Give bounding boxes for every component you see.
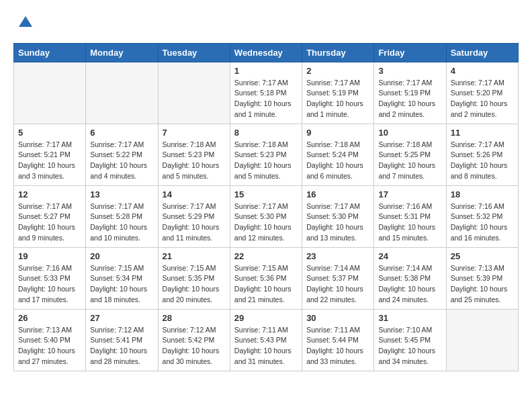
day-info: Sunrise: 7:10 AM Sunset: 5:45 PM Dayligh… [378, 325, 441, 367]
day-number: 17 [378, 189, 441, 199]
calendar-cell [86, 62, 158, 124]
day-info: Sunrise: 7:16 AM Sunset: 5:33 PM Dayligh… [18, 263, 81, 306]
day-info: Sunrise: 7:17 AM Sunset: 5:26 PM Dayligh… [451, 140, 514, 182]
day-number: 13 [90, 189, 153, 199]
calendar-cell: 10Sunrise: 7:18 AM Sunset: 5:25 PM Dayli… [374, 124, 446, 185]
calendar-cell: 8Sunrise: 7:18 AM Sunset: 5:23 PM Daylig… [230, 124, 302, 185]
col-header-monday: Monday [86, 43, 158, 62]
day-info: Sunrise: 7:17 AM Sunset: 5:30 PM Dayligh… [234, 201, 298, 244]
calendar-cell: 25Sunrise: 7:13 AM Sunset: 5:39 PM Dayli… [446, 247, 518, 309]
day-info: Sunrise: 7:11 AM Sunset: 5:43 PM Dayligh… [234, 325, 298, 367]
calendar-cell: 24Sunrise: 7:14 AM Sunset: 5:38 PM Dayli… [374, 247, 446, 309]
day-info: Sunrise: 7:17 AM Sunset: 5:19 PM Dayligh… [378, 78, 441, 120]
day-number: 25 [451, 251, 514, 261]
day-number: 21 [163, 251, 226, 261]
calendar-cell: 31Sunrise: 7:10 AM Sunset: 5:45 PM Dayli… [374, 309, 446, 371]
calendar-week-row: 12Sunrise: 7:17 AM Sunset: 5:27 PM Dayli… [14, 185, 519, 247]
calendar-cell: 29Sunrise: 7:11 AM Sunset: 5:43 PM Dayli… [230, 309, 302, 371]
calendar-cell: 1Sunrise: 7:17 AM Sunset: 5:18 PM Daylig… [230, 62, 302, 124]
day-info: Sunrise: 7:17 AM Sunset: 5:18 PM Dayligh… [234, 78, 298, 120]
calendar-week-row: 1Sunrise: 7:17 AM Sunset: 5:18 PM Daylig… [14, 62, 519, 124]
day-info: Sunrise: 7:14 AM Sunset: 5:38 PM Dayligh… [378, 263, 441, 306]
logo-icon [16, 13, 35, 32]
calendar-cell: 12Sunrise: 7:17 AM Sunset: 5:27 PM Dayli… [14, 185, 86, 247]
calendar-cell: 17Sunrise: 7:16 AM Sunset: 5:31 PM Dayli… [374, 185, 446, 247]
calendar-week-row: 26Sunrise: 7:13 AM Sunset: 5:40 PM Dayli… [14, 309, 519, 371]
day-info: Sunrise: 7:17 AM Sunset: 5:19 PM Dayligh… [306, 78, 369, 120]
day-info: Sunrise: 7:12 AM Sunset: 5:42 PM Dayligh… [163, 325, 226, 367]
day-number: 9 [306, 128, 369, 138]
day-number: 14 [163, 189, 226, 199]
day-number: 4 [451, 66, 514, 76]
calendar-cell: 26Sunrise: 7:13 AM Sunset: 5:40 PM Dayli… [14, 309, 86, 371]
calendar-cell: 3Sunrise: 7:17 AM Sunset: 5:19 PM Daylig… [374, 62, 446, 124]
day-info: Sunrise: 7:15 AM Sunset: 5:35 PM Dayligh… [163, 263, 226, 306]
day-number: 30 [306, 313, 369, 323]
calendar-cell: 20Sunrise: 7:15 AM Sunset: 5:34 PM Dayli… [86, 247, 158, 309]
day-info: Sunrise: 7:17 AM Sunset: 5:29 PM Dayligh… [163, 201, 226, 244]
day-number: 3 [378, 66, 441, 76]
calendar-cell [14, 62, 86, 124]
day-number: 12 [18, 189, 81, 199]
day-info: Sunrise: 7:18 AM Sunset: 5:23 PM Dayligh… [234, 140, 298, 182]
col-header-thursday: Thursday [302, 43, 374, 62]
calendar-cell: 13Sunrise: 7:17 AM Sunset: 5:28 PM Dayli… [86, 185, 158, 247]
day-info: Sunrise: 7:15 AM Sunset: 5:36 PM Dayligh… [234, 263, 298, 306]
day-number: 22 [234, 251, 298, 261]
day-number: 10 [378, 128, 441, 138]
day-info: Sunrise: 7:13 AM Sunset: 5:40 PM Dayligh… [18, 325, 81, 367]
day-info: Sunrise: 7:18 AM Sunset: 5:23 PM Dayligh… [163, 140, 226, 182]
day-info: Sunrise: 7:16 AM Sunset: 5:31 PM Dayligh… [378, 201, 441, 244]
col-header-saturday: Saturday [446, 43, 518, 62]
calendar-week-row: 19Sunrise: 7:16 AM Sunset: 5:33 PM Dayli… [14, 247, 519, 309]
day-number: 11 [451, 128, 514, 138]
day-number: 19 [18, 251, 81, 261]
day-number: 5 [18, 128, 81, 138]
day-number: 16 [306, 189, 369, 199]
svg-marker-0 [19, 16, 32, 27]
calendar-cell: 30Sunrise: 7:11 AM Sunset: 5:44 PM Dayli… [302, 309, 374, 371]
calendar-cell: 9Sunrise: 7:18 AM Sunset: 5:24 PM Daylig… [302, 124, 374, 185]
day-number: 24 [378, 251, 441, 261]
calendar-table: SundayMondayTuesdayWednesdayThursdayFrid… [13, 43, 519, 371]
calendar-cell: 21Sunrise: 7:15 AM Sunset: 5:35 PM Dayli… [158, 247, 230, 309]
day-info: Sunrise: 7:17 AM Sunset: 5:22 PM Dayligh… [90, 140, 153, 182]
day-info: Sunrise: 7:17 AM Sunset: 5:28 PM Dayligh… [90, 201, 153, 244]
day-info: Sunrise: 7:15 AM Sunset: 5:34 PM Dayligh… [90, 263, 153, 306]
calendar-cell: 15Sunrise: 7:17 AM Sunset: 5:30 PM Dayli… [230, 185, 302, 247]
day-info: Sunrise: 7:14 AM Sunset: 5:37 PM Dayligh… [306, 263, 369, 306]
day-number: 8 [234, 128, 298, 138]
calendar-cell: 18Sunrise: 7:16 AM Sunset: 5:32 PM Dayli… [446, 185, 518, 247]
calendar-cell: 14Sunrise: 7:17 AM Sunset: 5:29 PM Dayli… [158, 185, 230, 247]
day-number: 23 [306, 251, 369, 261]
day-info: Sunrise: 7:17 AM Sunset: 5:27 PM Dayligh… [18, 201, 81, 244]
day-info: Sunrise: 7:13 AM Sunset: 5:39 PM Dayligh… [451, 263, 514, 306]
day-info: Sunrise: 7:11 AM Sunset: 5:44 PM Dayligh… [306, 325, 369, 367]
day-number: 20 [90, 251, 153, 261]
day-info: Sunrise: 7:17 AM Sunset: 5:30 PM Dayligh… [306, 201, 369, 244]
day-number: 1 [234, 66, 298, 76]
day-info: Sunrise: 7:18 AM Sunset: 5:25 PM Dayligh… [378, 140, 441, 182]
calendar-week-row: 5Sunrise: 7:17 AM Sunset: 5:21 PM Daylig… [14, 124, 519, 185]
day-number: 2 [306, 66, 369, 76]
day-number: 28 [163, 313, 226, 323]
day-number: 15 [234, 189, 298, 199]
day-number: 7 [163, 128, 226, 138]
calendar-cell [446, 309, 518, 371]
col-header-tuesday: Tuesday [158, 43, 230, 62]
day-info: Sunrise: 7:17 AM Sunset: 5:20 PM Dayligh… [451, 78, 514, 120]
page-header [13, 13, 519, 36]
calendar-cell: 11Sunrise: 7:17 AM Sunset: 5:26 PM Dayli… [446, 124, 518, 185]
day-info: Sunrise: 7:18 AM Sunset: 5:24 PM Dayligh… [306, 140, 369, 182]
calendar-cell: 22Sunrise: 7:15 AM Sunset: 5:36 PM Dayli… [230, 247, 302, 309]
calendar-cell: 16Sunrise: 7:17 AM Sunset: 5:30 PM Dayli… [302, 185, 374, 247]
calendar-cell: 6Sunrise: 7:17 AM Sunset: 5:22 PM Daylig… [86, 124, 158, 185]
col-header-wednesday: Wednesday [230, 43, 302, 62]
day-number: 6 [90, 128, 153, 138]
day-info: Sunrise: 7:12 AM Sunset: 5:41 PM Dayligh… [90, 325, 153, 367]
logo [13, 13, 35, 36]
day-number: 26 [18, 313, 81, 323]
day-info: Sunrise: 7:16 AM Sunset: 5:32 PM Dayligh… [451, 201, 514, 244]
calendar-cell: 7Sunrise: 7:18 AM Sunset: 5:23 PM Daylig… [158, 124, 230, 185]
calendar-cell: 28Sunrise: 7:12 AM Sunset: 5:42 PM Dayli… [158, 309, 230, 371]
